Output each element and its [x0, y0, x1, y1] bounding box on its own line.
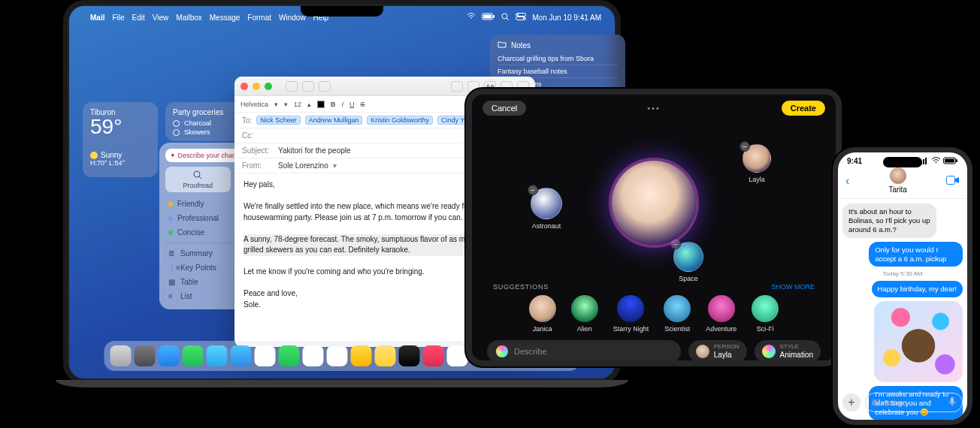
suggestion-sci-fi[interactable]: Sci-Fi: [752, 295, 779, 333]
remove-icon[interactable]: −: [528, 185, 538, 195]
close-icon[interactable]: [240, 83, 248, 90]
text-color[interactable]: [317, 101, 325, 108]
concept-space[interactable]: − Space: [673, 242, 703, 282]
send-icon[interactable]: [286, 81, 298, 92]
message-input[interactable]: iMessage: [865, 393, 963, 412]
bold-icon[interactable]: B: [331, 101, 336, 108]
describe-placeholder: Describe: [514, 347, 546, 356]
message-incoming[interactable]: It's about an hour to Bolinas, so I'll p…: [842, 203, 936, 238]
dock-reminders-icon[interactable]: [351, 345, 372, 366]
menubar-clock[interactable]: Mon Jun 10 9:41 AM: [532, 14, 601, 22]
more-icon[interactable]: •••: [647, 104, 661, 113]
menubar-file[interactable]: File: [112, 14, 124, 22]
cancel-button[interactable]: Cancel: [482, 101, 526, 116]
checkbox-icon[interactable]: [173, 120, 180, 127]
suggestion-adventure[interactable]: Adventure: [706, 295, 737, 333]
contact-name[interactable]: Tarita: [888, 185, 906, 194]
message-outgoing[interactable]: Happy birthday, my dear!: [872, 281, 963, 297]
dock-maps-icon[interactable]: [231, 345, 252, 366]
attach-plus-icon[interactable]: +: [842, 393, 861, 411]
font-select[interactable]: Helvetica: [240, 101, 268, 108]
dock-messages-icon[interactable]: [183, 345, 204, 366]
dock-facetime-icon[interactable]: [279, 345, 300, 366]
dock-mail-icon[interactable]: [207, 345, 228, 366]
sun-icon: [90, 152, 98, 159]
dock-contacts-icon[interactable]: [327, 345, 348, 366]
ipad-image-playground: Cancel ••• Create − Astronaut − Layla − …: [466, 89, 842, 366]
messages-thread[interactable]: It's about an hour to Bolinas, so I'll p…: [838, 199, 967, 425]
describe-field[interactable]: Describe: [487, 340, 681, 363]
recipient-token[interactable]: Nick Scheer: [256, 116, 301, 125]
menubar-help[interactable]: Help: [313, 14, 329, 22]
suggestion-alien[interactable]: Alien: [571, 295, 598, 333]
menubar-view[interactable]: View: [153, 14, 169, 22]
suggestion-scientist[interactable]: Scientist: [664, 295, 691, 333]
recipient-token[interactable]: Andrew Mulligan: [305, 116, 363, 125]
attach-icon[interactable]: [451, 81, 463, 92]
font-size-down[interactable]: ▾: [284, 101, 288, 108]
proofread-button[interactable]: Proofread: [165, 167, 231, 192]
person-chip[interactable]: PERSONLayla: [688, 340, 747, 363]
dock-safari-icon[interactable]: [159, 345, 180, 366]
suggestions-label: SUGGESTIONS: [493, 283, 549, 291]
dictation-icon[interactable]: [948, 396, 956, 408]
menubar-edit[interactable]: Edit: [132, 14, 145, 22]
recipient-token[interactable]: Kristin Goldsworthy: [367, 116, 433, 125]
battery-icon[interactable]: [482, 13, 495, 22]
list-icon: ≡: [168, 292, 176, 300]
reminders-item-0: Charcoal: [184, 119, 211, 127]
svg-rect-1: [483, 15, 492, 19]
font-size-up[interactable]: ▴: [307, 101, 311, 108]
avatar[interactable]: [890, 167, 906, 184]
remove-icon[interactable]: −: [670, 239, 681, 249]
conversation-header: ‹ Tarita: [838, 166, 967, 199]
message-image[interactable]: [874, 301, 963, 382]
siri-ring-icon: [496, 345, 508, 357]
svg-rect-2: [493, 15, 495, 18]
dock-tv-icon[interactable]: [399, 345, 420, 366]
back-icon[interactable]: ‹: [845, 174, 849, 188]
strike-icon[interactable]: S: [361, 101, 365, 108]
show-more-button[interactable]: SHOW MORE: [772, 283, 815, 291]
wifi-icon: [931, 157, 941, 166]
menubar-window[interactable]: Window: [279, 14, 306, 22]
search-icon[interactable]: [501, 13, 510, 23]
checkbox-icon[interactable]: [173, 129, 180, 136]
dock-finder-icon[interactable]: [110, 345, 132, 366]
suggestion-starry-night[interactable]: Starry Night: [613, 295, 649, 333]
control-center-icon[interactable]: [516, 13, 526, 22]
italic-icon[interactable]: I: [342, 101, 344, 108]
menubar-mailbox[interactable]: Mailbox: [176, 14, 201, 22]
suggestion-janica[interactable]: Janica: [529, 295, 556, 333]
wifi-icon[interactable]: [467, 13, 476, 22]
notes-row-0[interactable]: Charcoal grilling tips from Sbora: [498, 53, 618, 65]
style-chip[interactable]: STYLEAnimation: [755, 340, 821, 363]
dock-calendar-icon[interactable]: [303, 345, 324, 366]
canvas: − Astronaut − Layla − Space: [472, 122, 836, 283]
concept-astronaut[interactable]: − Astronaut: [531, 188, 562, 230]
notes-title: Notes: [511, 41, 531, 50]
chevron-down-icon[interactable]: ▾: [274, 101, 278, 108]
zoom-icon[interactable]: [265, 83, 272, 90]
menubar-format[interactable]: Format: [247, 14, 271, 22]
concept-layla[interactable]: − Layla: [743, 144, 771, 183]
macbook-base: [56, 380, 628, 387]
facetime-icon[interactable]: [946, 176, 960, 186]
chevron-down-icon[interactable]: ▾: [333, 161, 337, 170]
message-outgoing[interactable]: Only for you would I accept a 6 a.m. pic…: [869, 242, 963, 267]
menubar-message[interactable]: Message: [210, 14, 240, 22]
dock-notes-icon[interactable]: [375, 345, 396, 366]
dock-photos-icon[interactable]: [255, 345, 276, 366]
headers-icon[interactable]: [302, 81, 314, 92]
generated-portrait[interactable]: [612, 161, 696, 245]
dock-news-icon[interactable]: [447, 345, 468, 366]
reply-icon[interactable]: [319, 81, 331, 92]
menubar-app-name[interactable]: Mail: [90, 14, 104, 22]
create-button[interactable]: Create: [782, 101, 825, 116]
dock-settings-icon[interactable]: [135, 345, 156, 366]
dock-music-icon[interactable]: [423, 345, 444, 366]
underline-icon[interactable]: U: [349, 101, 355, 108]
minimize-icon[interactable]: [253, 83, 260, 90]
remove-icon[interactable]: −: [740, 141, 750, 152]
weather-widget[interactable]: Tiburon 59° Sunny H:70° L:54°: [83, 102, 158, 177]
